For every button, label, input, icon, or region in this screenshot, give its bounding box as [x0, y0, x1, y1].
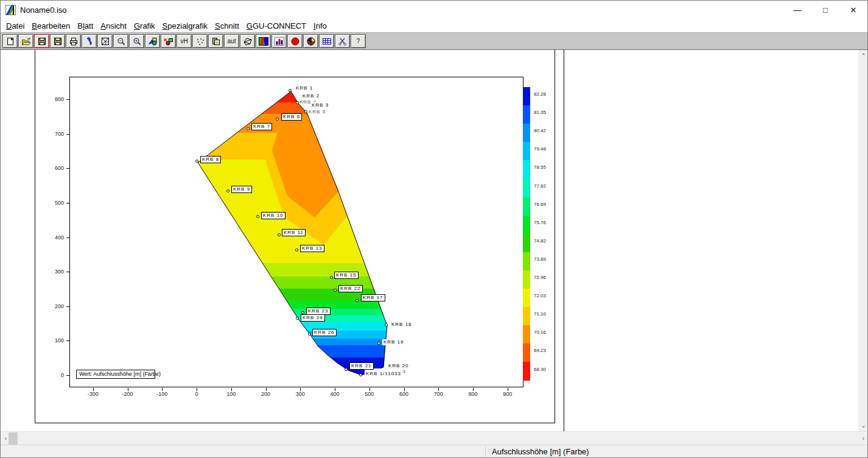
borehole-label: KRB 13	[300, 245, 324, 252]
borehole-point[interactable]	[330, 276, 333, 279]
menu-item-blatt[interactable]: Blatt	[74, 20, 97, 32]
borehole-point[interactable]	[334, 289, 337, 292]
borehole-point[interactable]	[247, 127, 250, 130]
borehole-point[interactable]	[345, 368, 348, 371]
borehole-point[interactable]	[226, 189, 229, 192]
draw-objects-button[interactable]	[145, 34, 160, 48]
menu-item-grafik[interactable]: Grafik	[130, 20, 159, 32]
auto-button-label: aut	[228, 38, 236, 44]
settings-wrench-button[interactable]	[82, 34, 97, 48]
x-axis-label: 100	[219, 391, 243, 397]
new-document-button[interactable]	[2, 34, 18, 48]
x-axis-label: 700	[426, 391, 450, 397]
borehole-point[interactable]	[355, 299, 359, 302]
borehole-point[interactable]	[359, 373, 362, 376]
menu-item-datei[interactable]: Datei	[2, 20, 28, 32]
table-grid-button[interactable]	[319, 34, 334, 48]
sheet-border-right	[555, 50, 555, 423]
pane-divider	[564, 50, 564, 431]
y-axis-tick	[66, 99, 69, 100]
zoom-out-icon	[116, 37, 126, 46]
print-button[interactable]	[66, 34, 81, 48]
y-axis-tick	[66, 238, 69, 238]
borehole-label: KRB 2	[301, 93, 321, 99]
menu-item-ansicht[interactable]: Ansicht	[97, 20, 130, 32]
statusbar-separator	[485, 446, 486, 457]
drawing-canvas[interactable]: -300-200-1000100200300400500600700800900…	[2, 50, 858, 431]
color-map-button[interactable]	[256, 34, 271, 48]
app-window: Noname0.iso — □ ✕ DateiBearbeitenBlattAn…	[0, 0, 868, 458]
menu-item-ggu-connect[interactable]: GGU-CONNECT	[243, 20, 310, 32]
scroll-down-icon[interactable]: ⌄	[858, 422, 868, 429]
color-scale-value: 80.42	[534, 128, 546, 133]
help-button-label: ?	[357, 38, 360, 44]
pie-chart-button[interactable]	[303, 34, 318, 48]
x-axis-label: -300	[81, 391, 105, 397]
borehole-point[interactable]	[377, 342, 380, 345]
x-axis-label: 0	[184, 391, 209, 397]
y-axis-label: 200	[38, 303, 64, 309]
borehole-point[interactable]	[278, 233, 281, 236]
borehole-label: KRB 19	[382, 339, 405, 345]
save-button[interactable]	[34, 34, 49, 48]
borehole-point[interactable]	[304, 110, 307, 113]
x-axis-label: -200	[116, 391, 140, 397]
scissors-button[interactable]	[335, 34, 350, 48]
open-file-button[interactable]	[18, 34, 33, 48]
vh-button-label: vH	[180, 38, 187, 44]
borehole-point[interactable]	[256, 215, 259, 218]
borehole-label: KRB 24	[301, 314, 325, 322]
horizontal-scroll-thumb[interactable]	[9, 432, 18, 445]
copy-paste-button[interactable]	[208, 34, 223, 48]
scroll-right-icon[interactable]: ›	[858, 435, 868, 442]
borehole-point[interactable]	[276, 118, 279, 121]
legend-colors-button[interactable]: K	[161, 34, 176, 48]
menu-item-spezialgrafik[interactable]: Spezialgrafik	[159, 20, 211, 32]
borehole-point[interactable]	[296, 317, 299, 320]
vh-button[interactable]: vH	[177, 34, 192, 48]
menu-item-bearbeiten[interactable]: Bearbeiten	[28, 20, 74, 32]
borehole-point[interactable]	[289, 89, 292, 92]
close-button[interactable]: ✕	[839, 1, 867, 19]
zoom-in-button[interactable]	[129, 34, 144, 48]
menu-item-info[interactable]: Info	[310, 20, 331, 32]
borehole-point[interactable]	[308, 333, 311, 336]
bar-chart-button[interactable]	[271, 34, 287, 48]
maximize-button[interactable]: □	[811, 1, 839, 19]
color-scale-value: 77.62	[534, 183, 546, 189]
toolbar: KvHaut?	[1, 32, 867, 50]
y-axis-tick	[66, 375, 69, 376]
vertical-scrollbar[interactable]: ⌃ ⌄	[858, 50, 868, 431]
color-map-icon	[259, 37, 268, 46]
borehole-point[interactable]	[296, 101, 299, 104]
color-scale-value: 76.69	[534, 202, 546, 207]
borehole-label: KRB 22	[338, 285, 363, 292]
x-axis-label: -100	[150, 391, 174, 397]
red-circle-button[interactable]	[287, 34, 303, 48]
borehole-label: KRB 10	[261, 212, 285, 219]
borehole-point[interactable]	[195, 160, 198, 163]
x-axis-label: 600	[392, 391, 416, 397]
scissors-icon	[338, 37, 348, 46]
app-logo-icon	[5, 5, 16, 15]
new-document-icon	[5, 37, 15, 46]
menu-item-schnitt[interactable]: Schnitt	[211, 20, 243, 32]
minimize-button[interactable]: —	[783, 1, 811, 19]
zoom-reset-button[interactable]	[97, 34, 113, 48]
color-scale-bar	[523, 87, 530, 381]
polygon-outline-button[interactable]	[240, 34, 255, 48]
color-scale-value: 68.30	[534, 367, 546, 372]
titlebar: Noname0.iso — □ ✕	[1, 1, 867, 19]
borehole-point[interactable]	[385, 323, 388, 326]
window-title: Noname0.iso	[20, 5, 67, 15]
save-as-button[interactable]	[50, 34, 65, 48]
zoom-out-button[interactable]	[113, 34, 128, 48]
sheet-border-bottom	[35, 423, 555, 423]
horizontal-scrollbar[interactable]: ‹ ›	[1, 431, 868, 445]
borehole-label: KRB 5	[307, 109, 327, 115]
borehole-point[interactable]	[295, 248, 298, 252]
scroll-up-icon[interactable]: ⌃	[858, 52, 868, 59]
scatter-points-button[interactable]	[192, 34, 208, 48]
help-button[interactable]: ?	[351, 34, 366, 48]
auto-button[interactable]: aut	[224, 34, 239, 48]
